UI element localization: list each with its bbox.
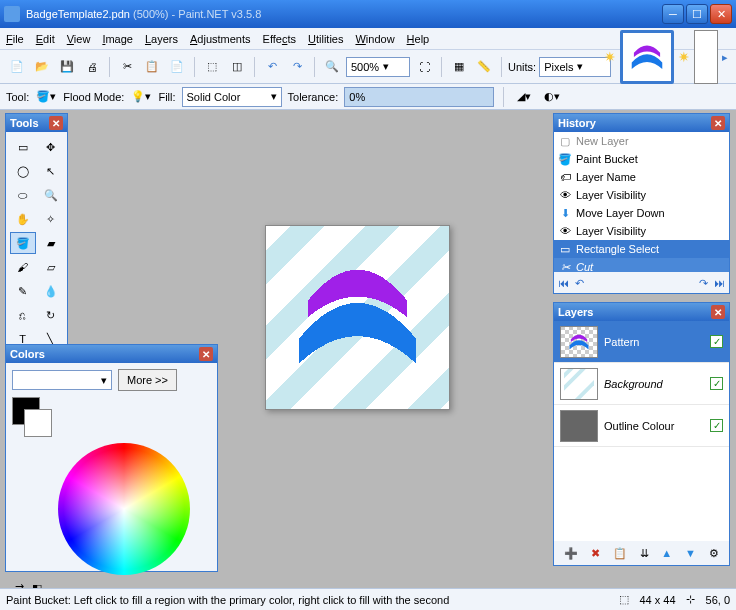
history-item[interactable]: ▢New Layer [554, 132, 729, 150]
bucket-icon: 🪣 [558, 152, 572, 166]
menu-utilities[interactable]: Utilities [308, 33, 343, 45]
tool-clone[interactable]: ⎌ [10, 304, 36, 326]
history-close[interactable]: ✕ [711, 116, 725, 130]
layer-thumb [560, 410, 598, 442]
layer-item[interactable]: Background ✓ [554, 363, 729, 405]
menu-adjustments[interactable]: Adjustments [190, 33, 251, 45]
layer-up-button[interactable]: ▲ [661, 547, 672, 559]
cut-icon: ✂ [123, 60, 132, 73]
doc-thumb-2[interactable] [694, 30, 718, 84]
menu-edit[interactable]: Edit [36, 33, 55, 45]
tolerance-slider[interactable]: 0% [344, 87, 494, 107]
tool-picker[interactable]: 💧 [38, 280, 64, 302]
tool-brush[interactable]: 🖌 [10, 256, 36, 278]
layer-item[interactable]: Pattern ✓ [554, 321, 729, 363]
tool-move[interactable]: ↖ [38, 160, 64, 182]
zoom-button[interactable]: 🔍 [321, 56, 343, 78]
tool-gradient[interactable]: ▰ [38, 232, 64, 254]
tools-close[interactable]: ✕ [49, 116, 63, 130]
layers-close[interactable]: ✕ [711, 305, 725, 319]
layer-delete-button[interactable]: ✖ [591, 547, 600, 560]
tool-rect-select[interactable]: ▭ [10, 136, 36, 158]
history-first-button[interactable]: ⏮ [558, 277, 569, 289]
tool-pencil[interactable]: ✎ [10, 280, 36, 302]
tool-select[interactable]: 🪣▾ [35, 86, 57, 108]
tool-lasso[interactable]: ◯ [10, 160, 36, 182]
color-mode-combo[interactable]: ▾ [12, 370, 112, 390]
tool-recolor[interactable]: ↻ [38, 304, 64, 326]
history-item[interactable]: 👁Layer Visibility [554, 222, 729, 240]
layer-down-button[interactable]: ▼ [685, 547, 696, 559]
maximize-button[interactable]: ☐ [686, 4, 708, 24]
zoomfit-button[interactable]: ⛶ [413, 56, 435, 78]
ruler-button[interactable]: 📏 [473, 56, 495, 78]
menu-view[interactable]: View [67, 33, 91, 45]
layer-merge-button[interactable]: ⇊ [640, 547, 649, 560]
menu-help[interactable]: Help [407, 33, 430, 45]
layer-dup-button[interactable]: 📋 [613, 547, 627, 560]
grid-button[interactable]: ▦ [448, 56, 470, 78]
layer-visibility-checkbox[interactable]: ✓ [710, 335, 723, 348]
close-button[interactable]: ✕ [710, 4, 732, 24]
history-undo-button[interactable]: ↶ [575, 277, 584, 290]
tool-zoom[interactable]: 🔍 [38, 184, 64, 206]
tool-wand[interactable]: ✧ [38, 208, 64, 230]
history-last-button[interactable]: ⏭ [714, 277, 725, 289]
tool-move-sel[interactable]: ✥ [38, 136, 64, 158]
tool-pan[interactable]: ✋ [10, 208, 36, 230]
save-button[interactable]: 💾 [56, 56, 78, 78]
layer-visibility-checkbox[interactable]: ✓ [710, 419, 723, 432]
menu-layers[interactable]: Layers [145, 33, 178, 45]
minimize-button[interactable]: ─ [662, 4, 684, 24]
history-redo-button[interactable]: ↷ [699, 277, 708, 290]
layer-visibility-checkbox[interactable]: ✓ [710, 377, 723, 390]
history-item[interactable]: ▭Rectangle Select [554, 240, 729, 258]
tools-panel-title: Tools [10, 117, 39, 129]
menu-window[interactable]: Window [355, 33, 394, 45]
layers-list[interactable]: Pattern ✓ Background ✓ Outline Colour ✓ [554, 321, 729, 541]
tool-options-bar: Tool: 🪣▾ Flood Mode: 💡▾ Fill: Solid Colo… [0, 84, 736, 110]
history-item[interactable]: ✂Cut [554, 258, 729, 272]
history-list[interactable]: ▢New Layer 🪣Paint Bucket 🏷Layer Name 👁La… [554, 132, 729, 272]
new-button[interactable]: 📄 [6, 56, 28, 78]
crop-button[interactable]: ⬚ [201, 56, 223, 78]
menu-effects[interactable]: Effects [263, 33, 296, 45]
canvas[interactable] [265, 225, 450, 410]
fill-combo[interactable]: Solid Color▾ [182, 87, 282, 107]
open-button[interactable]: 📂 [31, 56, 53, 78]
tool-eraser[interactable]: ▱ [38, 256, 64, 278]
antialias-button[interactable]: ◢▾ [513, 86, 535, 108]
colors-more-button[interactable]: More >> [118, 369, 177, 391]
layer-props-button[interactable]: ⚙ [709, 547, 719, 560]
units-combo[interactable]: Pixels▾ [539, 57, 611, 77]
paste-icon: 📄 [170, 60, 184, 73]
history-item[interactable]: 🪣Paint Bucket [554, 150, 729, 168]
cut-button[interactable]: ✂ [116, 56, 138, 78]
deselect-button[interactable]: ◫ [226, 56, 248, 78]
colors-close[interactable]: ✕ [199, 347, 213, 361]
history-item[interactable]: 👁Layer Visibility [554, 186, 729, 204]
menu-image[interactable]: Image [102, 33, 133, 45]
chevron-right-icon[interactable]: ▸ [722, 51, 728, 64]
color-wheel[interactable] [58, 443, 190, 575]
layer-add-button[interactable]: ➕ [564, 547, 578, 560]
zoom-combo[interactable]: 500%▾ [346, 57, 410, 77]
blend-button[interactable]: ◐▾ [541, 86, 563, 108]
fill-label: Fill: [158, 91, 175, 103]
history-item[interactable]: 🏷Layer Name [554, 168, 729, 186]
paste-button[interactable]: 📄 [166, 56, 188, 78]
doc-thumb-1[interactable] [620, 30, 674, 84]
zoom-icon: 🔍 [325, 60, 339, 73]
tool-ellipse-sel[interactable]: ⬭ [10, 184, 36, 206]
redo-button[interactable]: ↷ [286, 56, 308, 78]
layer-item[interactable]: Outline Colour ✓ [554, 405, 729, 447]
menu-file[interactable]: File [6, 33, 24, 45]
print-button[interactable]: 🖨 [81, 56, 103, 78]
history-item[interactable]: ⬇Move Layer Down [554, 204, 729, 222]
undo-button[interactable]: ↶ [261, 56, 283, 78]
copy-button[interactable]: 📋 [141, 56, 163, 78]
star-icon: ✷ [604, 49, 616, 65]
secondary-color-swatch[interactable] [24, 409, 52, 437]
flood-mode-button[interactable]: 💡▾ [130, 86, 152, 108]
tool-bucket[interactable]: 🪣 [10, 232, 36, 254]
